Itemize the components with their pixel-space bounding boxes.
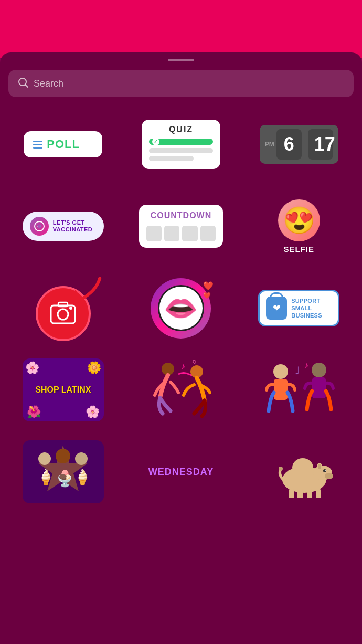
countdown-block-2: [164, 226, 179, 241]
flower-decoration-4: 🌸: [86, 405, 100, 419]
sticker-poll[interactable]: POLL: [8, 108, 118, 181]
sticker-countdown[interactable]: COUNTDOWN: [126, 189, 236, 263]
sticker-time[interactable]: PM 6 17: [244, 108, 354, 181]
svg-rect-36: [307, 489, 312, 498]
wednesday-label: WEDNESDAY: [148, 467, 214, 478]
flower-decoration-3: 🌺: [27, 405, 41, 419]
time-pm-label: PM: [265, 141, 274, 148]
sticker-selfie[interactable]: 😍 SELFIE: [244, 189, 354, 263]
sticker-wednesday[interactable]: WEDNESDAY: [126, 435, 236, 509]
quiz-bar-option2: [149, 148, 213, 153]
svg-point-17: [312, 363, 326, 377]
countdown-block-1: [146, 226, 162, 241]
drag-handle[interactable]: [168, 59, 194, 61]
sticker-support-small-business[interactable]: ❤ SUPPORT SMALL BUSINESS: [244, 271, 354, 345]
svg-point-38: [279, 467, 283, 471]
svg-text:🍨: 🍨: [55, 469, 75, 488]
shopping-bag-icon: ❤: [266, 297, 287, 320]
countdown-title: COUNTDOWN: [146, 211, 216, 220]
top-bar: [0, 0, 362, 58]
svg-point-7: [69, 307, 72, 310]
svg-point-29: [325, 473, 333, 479]
sticker-photo[interactable]: [8, 271, 118, 345]
time-minutes: 17: [308, 129, 333, 160]
svg-rect-14: [274, 379, 288, 400]
poll-lines-icon: [33, 141, 42, 149]
svg-point-13: [273, 364, 288, 379]
svg-point-24: [75, 452, 88, 465]
svg-rect-37: [316, 489, 321, 498]
svg-point-3: [38, 225, 41, 228]
search-icon: [18, 77, 28, 90]
vaccinated-icon: [30, 217, 49, 236]
svg-point-22: [56, 449, 70, 463]
svg-point-20: [38, 452, 51, 465]
sticker-music-people[interactable]: ♩ ♪: [244, 353, 354, 427]
quiz-bar-correct: ✓: [149, 139, 213, 145]
search-bar[interactable]: Search: [8, 70, 354, 97]
shop-latinx-label: SHOP LATINX: [35, 385, 91, 395]
svg-rect-34: [289, 489, 294, 498]
hearts-decoration: ❤️ ❤️: [203, 281, 214, 299]
svg-text:🍦: 🍦: [37, 469, 55, 486]
sticker-mouth[interactable]: 👄 ❤️ ❤️: [126, 271, 236, 345]
svg-point-30: [323, 469, 326, 472]
time-hour: 6: [276, 129, 302, 160]
quiz-check-icon: ✓: [152, 138, 159, 145]
svg-point-27: [292, 458, 313, 477]
svg-rect-35: [297, 489, 303, 498]
quiz-bar-option3: [149, 156, 194, 161]
search-placeholder: Search: [34, 78, 63, 89]
selfie-label: SELFIE: [283, 245, 314, 254]
quiz-title: QUIZ: [149, 125, 213, 134]
sticker-dance[interactable]: ♪ ♫: [126, 353, 236, 427]
sticker-grid: POLL QUIZ ✓ PM 6 17: [8, 108, 354, 519]
selfie-face-icon: 😍: [278, 199, 320, 241]
svg-point-33: [318, 464, 321, 469]
svg-text:♫: ♫: [191, 358, 196, 365]
flower-decoration-2: 🌼: [87, 361, 101, 375]
svg-text:♪: ♪: [304, 361, 308, 369]
sticker-camel[interactable]: [244, 435, 354, 509]
sticker-quiz[interactable]: QUIZ ✓: [126, 108, 236, 181]
svg-text:♪: ♪: [181, 362, 185, 371]
vaccinated-label: LET'S GET VACCINATED: [53, 219, 97, 233]
countdown-blocks: [146, 226, 216, 241]
flower-decoration-1: 🌸: [25, 361, 39, 375]
countdown-block-3: [182, 226, 197, 241]
countdown-block-4: [200, 226, 216, 241]
svg-point-6: [58, 309, 68, 320]
sticker-picker-sheet: Search POLL QUIZ ✓: [0, 52, 362, 644]
sticker-shop-latinx[interactable]: 🌸 🌼 🌺 🌸 SHOP LATINX: [8, 353, 118, 427]
sticker-vaccinated[interactable]: LET'S GET VACCINATED: [8, 189, 118, 263]
svg-point-31: [325, 470, 326, 471]
sticker-ice-cream-group[interactable]: 🍦 🍨 🍦: [8, 435, 118, 509]
svg-rect-8: [58, 302, 68, 307]
svg-text:🍦: 🍦: [73, 469, 92, 486]
support-label: SUPPORT SMALL BUSINESS: [291, 297, 332, 320]
svg-text:♩: ♩: [295, 365, 300, 376]
poll-label: POLL: [47, 138, 80, 151]
svg-rect-18: [312, 377, 326, 398]
svg-line-1: [26, 85, 28, 88]
